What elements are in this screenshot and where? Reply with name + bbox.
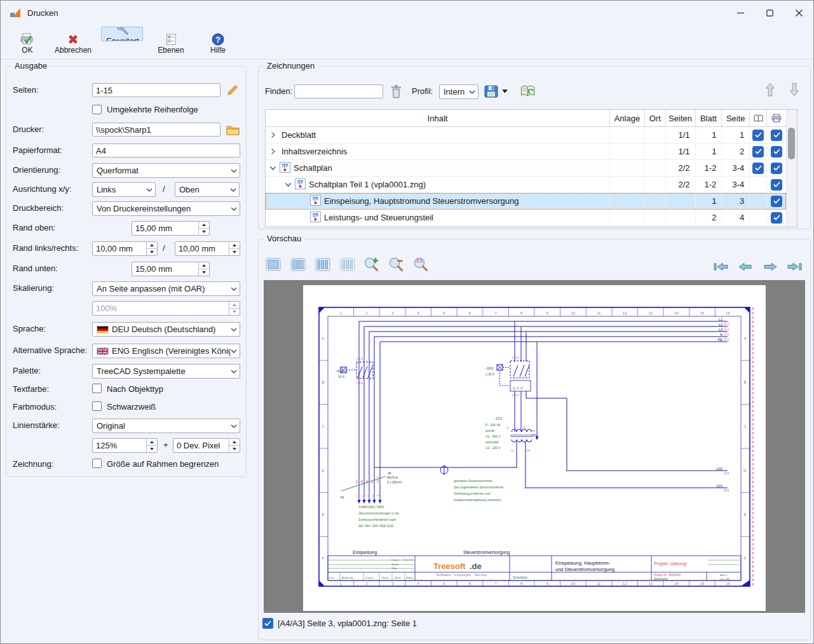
- spin-down[interactable]: [199, 269, 209, 276]
- next-page-button[interactable]: [761, 258, 780, 275]
- print-area-select[interactable]: Von Druckereinstellungen: [92, 201, 240, 216]
- table-row[interactable]: Leistungs- und Steuerungsteil24: [266, 210, 786, 226]
- book-flag-cell[interactable]: [750, 144, 767, 159]
- spin-up[interactable]: [147, 242, 157, 249]
- save-profile-menu-button[interactable]: [501, 88, 508, 95]
- spin-down[interactable]: [199, 229, 209, 235]
- header-ort[interactable]: Ort: [645, 110, 666, 126]
- header-inhalt[interactable]: Inhalt: [266, 110, 610, 126]
- spin-up[interactable]: [229, 242, 240, 249]
- header-seite[interactable]: Seite: [722, 110, 750, 126]
- view-single-page-button[interactable]: [264, 256, 283, 272]
- header-print-icon[interactable]: [767, 110, 786, 126]
- margin-bottom-spinner[interactable]: [132, 262, 210, 276]
- alignment-y-select[interactable]: Oben: [175, 182, 240, 197]
- margin-right-spinner[interactable]: [175, 241, 240, 256]
- catalog-button[interactable]: [519, 83, 536, 100]
- table-row[interactable]: Schaltplan Teil 1 (vpla0001.zng)2/21-23-…: [266, 177, 786, 193]
- minimize-button[interactable]: [726, 1, 755, 25]
- tree-chevron-right-icon[interactable]: [267, 131, 278, 138]
- find-input[interactable]: [294, 84, 383, 98]
- first-page-button[interactable]: [712, 258, 731, 275]
- spin-up[interactable]: [199, 262, 209, 269]
- view-two-pages-button[interactable]: [288, 256, 308, 272]
- maximize-button[interactable]: [755, 1, 784, 25]
- table-row[interactable]: Einspeisung, Hauptstromund Steuerstromve…: [266, 193, 786, 210]
- spin-up[interactable]: [229, 439, 240, 446]
- tree-chevron-right-icon[interactable]: [267, 148, 278, 155]
- page-print-checkbox[interactable]: [262, 618, 273, 629]
- limit-size-checkbox[interactable]: [92, 459, 102, 468]
- layers-button[interactable]: Ebenen: [151, 27, 191, 58]
- header-seiten[interactable]: Seiten: [666, 110, 696, 126]
- print-flag-cell[interactable]: [767, 160, 786, 176]
- advanced-button[interactable]: Erweitert: [101, 27, 143, 41]
- move-down-button[interactable]: [788, 81, 801, 98]
- spin-down[interactable]: [147, 249, 157, 255]
- cancel-button[interactable]: Abbrechen: [48, 27, 98, 58]
- help-button[interactable]: ? Hilfe: [200, 27, 236, 58]
- spin-down[interactable]: [147, 446, 157, 452]
- table-row[interactable]: Inhaltsverzeichnis1/112: [266, 144, 786, 160]
- alt-language-select[interactable]: ENG Englisch (Vereinigtes Königr: [92, 344, 240, 358]
- last-page-button[interactable]: [785, 258, 804, 275]
- zoom-actual-button[interactable]: 1:1: [412, 256, 431, 272]
- view-grid-button[interactable]: [313, 256, 332, 272]
- header-book-icon[interactable]: [750, 110, 767, 126]
- spin-up[interactable]: [147, 439, 157, 446]
- tree-chevron-down-icon[interactable]: [282, 181, 294, 188]
- print-flag-cell[interactable]: [767, 193, 786, 209]
- orientation-select[interactable]: Querformat: [92, 163, 240, 178]
- book-flag-cell[interactable]: [750, 160, 767, 176]
- browse-printer-button[interactable]: [225, 122, 240, 137]
- zoom-in-button[interactable]: [362, 256, 381, 272]
- margin-left-spinner[interactable]: [92, 241, 158, 256]
- book-flag-cell[interactable]: [750, 193, 767, 209]
- line-width-percent-spinner[interactable]: [92, 438, 158, 453]
- text-color-checkbox[interactable]: [92, 384, 102, 393]
- palette-select[interactable]: TreeCAD Systempalette: [92, 364, 240, 379]
- preview-area[interactable]: 1122334455667788991010111112121313141415…: [264, 280, 805, 613]
- spin-down[interactable]: [229, 249, 240, 255]
- header-blatt[interactable]: Blatt: [696, 110, 722, 126]
- zoom-out-button[interactable]: [387, 256, 406, 272]
- print-flag-cell[interactable]: [767, 144, 786, 159]
- print-flag-cell[interactable]: [767, 127, 786, 143]
- language-select[interactable]: DEU Deutsch (Deutschland): [92, 322, 240, 337]
- color-mode-checkbox[interactable]: [92, 401, 102, 411]
- profile-select[interactable]: Intern: [439, 84, 478, 99]
- save-profile-button[interactable]: [484, 84, 499, 99]
- paper-input[interactable]: [92, 144, 240, 158]
- header-anlage[interactable]: Anlage: [610, 110, 645, 126]
- line-width-select[interactable]: Original: [92, 419, 240, 433]
- table-row[interactable]: Deckblatt1/111: [266, 127, 786, 144]
- view-grid-small-button[interactable]: [338, 256, 357, 272]
- edit-pages-button[interactable]: [225, 83, 240, 98]
- pages-input[interactable]: [92, 83, 220, 97]
- table-row[interactable]: Schaltplan2/21-23-4: [266, 160, 786, 177]
- ok-button[interactable]: OK: [11, 27, 44, 58]
- book-flag-cell[interactable]: [750, 226, 767, 227]
- margin-top-spinner[interactable]: [132, 221, 210, 236]
- print-flag-cell[interactable]: [767, 226, 786, 227]
- print-flag-cell[interactable]: [767, 210, 786, 225]
- move-up-button[interactable]: [764, 81, 777, 98]
- book-flag-cell[interactable]: [750, 127, 767, 143]
- table-scrollbar[interactable]: [786, 110, 797, 227]
- alignment-x-select[interactable]: Links: [92, 182, 156, 197]
- scaling-select[interactable]: An Seite anpassen (mit OAR): [92, 281, 240, 296]
- dev-pixel-spinner[interactable]: [173, 438, 240, 453]
- tree-chevron-down-icon[interactable]: [267, 164, 278, 171]
- table-row[interactable]: Klemmenplan2/21-25-6: [266, 226, 786, 227]
- scrollbar-thumb[interactable]: [788, 128, 795, 159]
- clear-find-button[interactable]: [388, 83, 404, 100]
- spin-down[interactable]: [229, 446, 240, 452]
- spin-up[interactable]: [199, 222, 209, 229]
- previous-page-button[interactable]: [736, 258, 755, 275]
- printer-input[interactable]: [92, 123, 220, 137]
- reverse-order-checkbox[interactable]: [92, 105, 102, 114]
- close-button[interactable]: [784, 1, 813, 25]
- book-flag-cell[interactable]: [750, 210, 767, 225]
- book-flag-cell[interactable]: [750, 177, 767, 192]
- print-flag-cell[interactable]: [767, 177, 786, 192]
